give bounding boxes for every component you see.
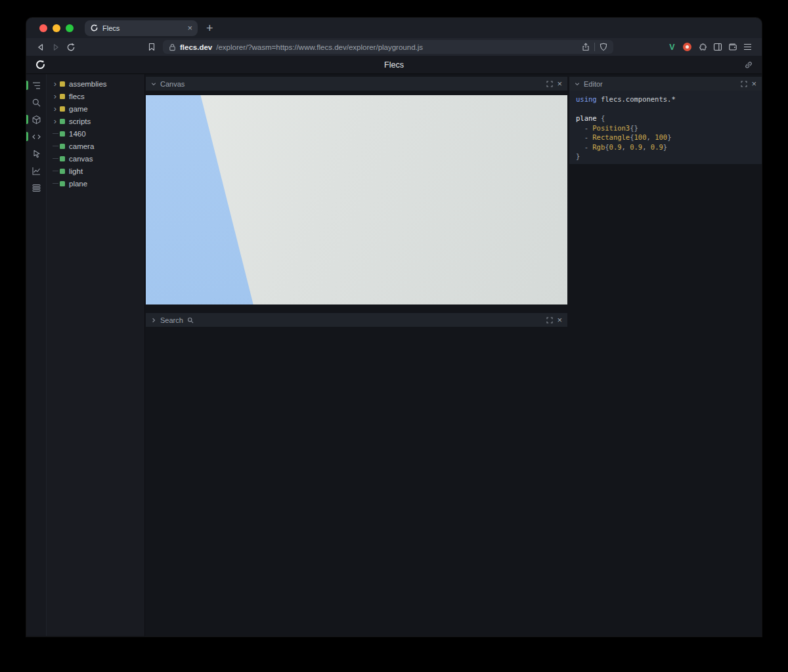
close-icon[interactable]: × xyxy=(557,79,562,88)
code-line: } xyxy=(576,152,755,161)
canvas-panel: Canvas × xyxy=(146,77,567,304)
editor-panel: Editor × using flecs.components.* plane … xyxy=(569,77,762,164)
magnifier-icon xyxy=(187,317,194,324)
browser-tab[interactable]: Flecs × xyxy=(85,20,198,36)
canvas-panel-header: Canvas × xyxy=(146,77,567,91)
window-controls xyxy=(33,24,74,32)
tree-connector xyxy=(51,171,59,171)
tree-connector xyxy=(51,158,59,159)
entity-color-swatch xyxy=(60,131,65,136)
chevron-down-icon[interactable] xyxy=(575,81,580,87)
close-icon[interactable]: × xyxy=(557,316,562,324)
code-line: using flecs.components.* xyxy=(576,94,755,104)
tree-item-label: camera xyxy=(69,142,94,150)
canvas-panel-title: Canvas xyxy=(160,80,185,88)
entity-color-swatch xyxy=(60,156,65,161)
tree-item-game[interactable]: ›game xyxy=(47,102,144,115)
flecs-favicon-icon xyxy=(90,24,98,32)
extensions-puzzle-icon[interactable] xyxy=(695,40,710,54)
back-button[interactable] xyxy=(33,40,48,54)
sidebar-search-icon[interactable] xyxy=(26,97,46,108)
editor-column: Editor × using flecs.components.* plane … xyxy=(569,74,762,636)
tree-item-flecs[interactable]: ›flecs xyxy=(47,90,144,102)
chevron-down-icon[interactable] xyxy=(151,81,156,87)
code-line: - Rgb{0.9, 0.9, 0.9} xyxy=(576,142,755,152)
expand-chevron-icon[interactable]: › xyxy=(51,117,59,125)
share-link-icon[interactable] xyxy=(744,60,753,70)
entity-tree: ›assemblies›flecs›game›scripts1460camera… xyxy=(47,74,145,636)
tree-item-assemblies[interactable]: ›assemblies xyxy=(47,77,144,90)
divider xyxy=(594,43,595,51)
entity-color-swatch xyxy=(60,81,65,87)
tree-item-label: assemblies xyxy=(69,80,107,88)
expand-chevron-icon[interactable]: › xyxy=(51,104,59,113)
lock-icon xyxy=(169,43,176,51)
address-bar[interactable]: flecs.dev /explorer/?wasm=https://www.fl… xyxy=(163,40,613,54)
tree-item-label: light xyxy=(69,167,83,175)
flecs-logo-icon xyxy=(35,59,46,70)
tree-item-plane[interactable]: plane xyxy=(47,177,144,190)
sidebar-statistics-chart-icon[interactable] xyxy=(26,165,46,176)
tree-item-camera[interactable]: camera xyxy=(47,140,144,152)
fullscreen-icon[interactable] xyxy=(546,317,553,324)
tab-title: Flecs xyxy=(102,24,120,32)
url-path: /explorer/?wasm=https://www.flecs.dev/ex… xyxy=(216,43,423,51)
bookmark-icon[interactable] xyxy=(144,40,159,54)
menu-icon[interactable] xyxy=(740,40,755,54)
tree-item-label: scripts xyxy=(69,117,91,125)
entity-color-swatch xyxy=(60,181,65,186)
expand-chevron-icon[interactable]: › xyxy=(51,92,59,100)
sidebar-selector-pointer-icon[interactable] xyxy=(26,148,46,159)
new-tab-button[interactable]: + xyxy=(206,22,213,34)
browser-toolbar: flecs.dev /explorer/?wasm=https://www.fl… xyxy=(26,38,762,56)
tree-connector xyxy=(51,183,59,184)
url-domain: flecs.dev xyxy=(180,43,212,51)
tree-item-label: 1460 xyxy=(69,130,86,138)
tree-item-scripts[interactable]: ›scripts xyxy=(47,115,144,127)
fullscreen-icon[interactable] xyxy=(546,81,553,87)
tree-connector xyxy=(51,146,59,146)
code-line: plane { xyxy=(576,114,755,123)
code-line xyxy=(576,104,755,114)
vue-devtools-icon[interactable]: V xyxy=(665,40,680,54)
window-zoom-button[interactable] xyxy=(66,24,74,32)
tree-item-light[interactable]: light xyxy=(47,165,144,177)
tree-item-label: canvas xyxy=(69,155,93,163)
tree-item-label: plane xyxy=(69,180,87,188)
extension-red-icon[interactable] xyxy=(680,40,695,54)
tab-close-icon[interactable]: × xyxy=(187,24,192,32)
entity-color-swatch xyxy=(60,119,65,124)
expand-chevron-icon[interactable]: › xyxy=(51,79,59,88)
entity-color-swatch xyxy=(60,106,65,112)
tree-item-label: flecs xyxy=(69,93,85,100)
editor-panel-title: Editor xyxy=(584,80,603,88)
chevron-right-icon[interactable] xyxy=(151,318,156,323)
browser-window: Flecs × + flecs.dev /explorer/?wasm=http… xyxy=(26,18,762,637)
tree-item-canvas[interactable]: canvas xyxy=(47,152,144,165)
window-close-button[interactable] xyxy=(39,24,47,32)
sidebar-logs-icon[interactable] xyxy=(26,182,46,193)
search-panel-title: Search xyxy=(160,316,183,324)
app-body: ›assemblies›flecs›game›scripts1460camera… xyxy=(26,74,762,636)
editor-code[interactable]: using flecs.components.* plane { - Posit… xyxy=(569,91,762,164)
scene-canvas[interactable] xyxy=(146,95,567,304)
main-column: Canvas × Search xyxy=(146,74,567,636)
reload-button[interactable] xyxy=(63,40,78,54)
code-line: - Position3{} xyxy=(576,123,755,133)
sidebar-toggle-icon[interactable] xyxy=(710,40,725,54)
browser-tab-bar: Flecs × + xyxy=(26,18,762,38)
forward-button[interactable] xyxy=(48,40,63,54)
page-title: Flecs xyxy=(26,60,762,70)
brave-shield-icon[interactable] xyxy=(600,43,607,51)
sidebar-entity-tree-icon[interactable] xyxy=(26,80,46,91)
share-icon[interactable] xyxy=(582,43,590,51)
sidebar-code-editor-icon[interactable] xyxy=(26,131,46,142)
window-minimize-button[interactable] xyxy=(53,24,60,32)
sidebar-inspector-box-icon[interactable] xyxy=(26,114,46,125)
close-icon[interactable]: × xyxy=(751,79,756,88)
wallet-icon[interactable] xyxy=(725,40,740,54)
tree-item-1460[interactable]: 1460 xyxy=(47,127,144,140)
search-panel-header: Search × xyxy=(146,313,567,327)
editor-panel-header: Editor × xyxy=(569,77,762,91)
fullscreen-icon[interactable] xyxy=(741,81,747,87)
